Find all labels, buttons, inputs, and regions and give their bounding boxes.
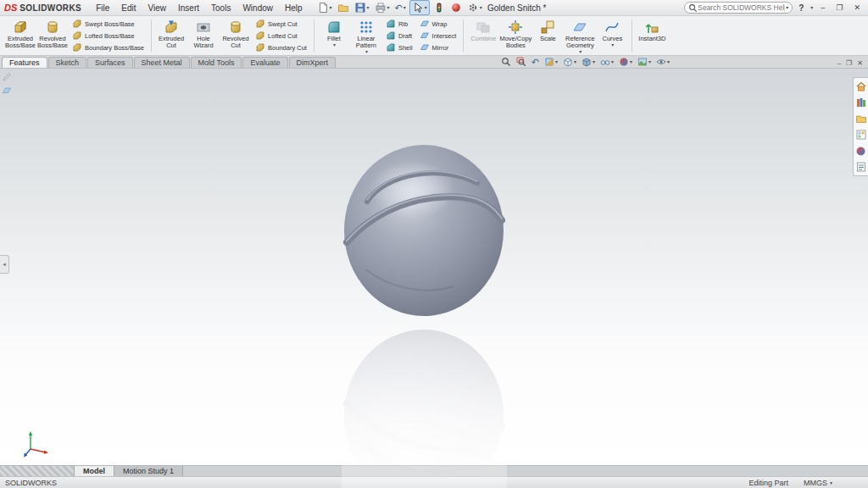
tab-mold-tools[interactable]: Mold Tools (191, 57, 242, 68)
hole-wizard-button[interactable]: Hole Wizard (187, 17, 220, 54)
menu-bar: File Edit View Insert Tools Window Help (90, 2, 308, 14)
doc-close-button[interactable]: ✕ (857, 59, 863, 67)
swept-cut-button[interactable]: Swept Cut (253, 19, 309, 30)
edit-appearance-button[interactable]: ▾ (618, 57, 633, 67)
section-view-button[interactable]: ▾ (543, 57, 559, 67)
instant3d-button[interactable]: Instant3D (636, 17, 668, 54)
appearances-scenes-button[interactable] (855, 145, 867, 157)
minimize-button[interactable]: – (817, 3, 828, 12)
new-document-button[interactable]: ▾ (315, 1, 334, 14)
curves-icon (604, 19, 620, 35)
revolved-cut-button[interactable]: Revolved Cut (220, 17, 252, 54)
save-button[interactable]: ▾ (353, 1, 371, 14)
featuremanager-flyout-arrow[interactable]: ◂ (0, 255, 9, 274)
open-document-button[interactable] (336, 1, 351, 14)
chevron-down-icon: ▾ (593, 59, 595, 64)
model-tab[interactable]: Model (75, 466, 114, 476)
apply-scene-button[interactable]: ▾ (637, 57, 652, 67)
menu-window[interactable]: Window (236, 2, 279, 14)
doc-restore-button[interactable]: ❐ (846, 59, 852, 67)
select-tool-button[interactable]: ▾ (409, 0, 430, 15)
search-input[interactable] (698, 3, 785, 12)
linear-pattern-button[interactable]: Linear Pattern ▾ (350, 17, 382, 54)
previous-view-button[interactable]: ↶ (531, 58, 540, 67)
reference-geometry-button[interactable]: Reference Geometry ▾ (564, 17, 596, 54)
wrap-button[interactable]: Wrap (418, 19, 459, 30)
solidworks-logo: DS SOLIDWORKS (4, 3, 81, 13)
menu-help[interactable]: Help (279, 2, 309, 14)
tab-features[interactable]: Features (2, 57, 47, 68)
menu-view[interactable]: View (142, 2, 173, 14)
ribbon-divider (151, 19, 152, 52)
swept-cut-icon (255, 19, 265, 29)
design-library-button[interactable] (855, 97, 867, 108)
golden-snitch-model[interactable] (342, 141, 507, 320)
search-box[interactable]: ▾ (684, 2, 793, 14)
help-button[interactable]: ? (797, 3, 805, 13)
menu-insert[interactable]: Insert (172, 2, 205, 14)
extruded-boss-button[interactable]: Extruded Boss/Base (4, 17, 36, 54)
units-selector[interactable]: MMGS ▾ (804, 479, 832, 487)
zoom-to-fit-button[interactable] (500, 57, 512, 67)
tab-sheet-metal[interactable]: Sheet Metal (134, 57, 190, 68)
button-label: Fillet (327, 36, 341, 42)
units-label: MMGS (804, 479, 827, 487)
boundary-cut-button[interactable]: Boundary Cut (253, 42, 309, 53)
custom-properties-button[interactable] (855, 161, 867, 173)
extruded-cut-button[interactable]: Extruded Cut (155, 17, 187, 54)
button-label: Curves (602, 36, 622, 42)
options-button[interactable]: ▾ (465, 1, 484, 14)
lofted-boss-button[interactable]: Lofted Boss/Base (70, 30, 146, 42)
close-button[interactable]: ✕ (850, 3, 864, 12)
chevron-down-icon: ▾ (330, 5, 332, 10)
mirror-button[interactable]: Mirror (418, 42, 459, 53)
rib-button[interactable]: Rib (384, 19, 415, 30)
tab-evaluate[interactable]: Evaluate (242, 57, 287, 68)
hide-show-items-button[interactable]: ▾ (599, 57, 615, 67)
view-palette-button[interactable] (855, 129, 867, 141)
edit-appearance-quick-button[interactable] (448, 1, 464, 14)
tab-sketch[interactable]: Sketch (48, 57, 87, 68)
move-copy-bodies-button[interactable]: Move/Copy Bodies (499, 17, 531, 54)
command-manager-ribbon: Extruded Boss/Base Revolved Boss/Base Sw… (0, 16, 868, 56)
display-style-button[interactable]: ▾ (581, 57, 596, 67)
zoom-to-area-button[interactable] (515, 57, 527, 67)
boundary-boss-button[interactable]: Boundary Boss/Base (70, 42, 146, 53)
button-label: Extruded Cut (155, 36, 187, 49)
fillet-icon (326, 19, 342, 35)
intersect-button[interactable]: Intersect (418, 30, 459, 42)
splitter-hatch[interactable] (0, 466, 75, 476)
tab-dimxpert[interactable]: DimXpert (289, 57, 337, 68)
menu-edit[interactable]: Edit (115, 2, 142, 14)
menu-file[interactable]: File (90, 2, 115, 14)
sketch-plane-icon[interactable] (2, 86, 12, 96)
print-button[interactable]: ▾ (373, 1, 392, 14)
fillet-button[interactable]: Fillet ▾ (318, 17, 350, 54)
curves-button[interactable]: Curves ▾ (596, 17, 628, 54)
chevron-down-icon: ▾ (403, 5, 406, 10)
swept-boss-button[interactable]: Swept Boss/Base (70, 19, 146, 30)
sketch-icon[interactable] (2, 72, 12, 82)
file-explorer-button[interactable] (855, 113, 867, 125)
view-orientation-button[interactable]: ▾ (562, 57, 577, 67)
menu-tools[interactable]: Tools (205, 2, 236, 14)
undo-button[interactable]: ↶▾ (393, 2, 408, 14)
draft-button[interactable]: Draft (384, 30, 415, 42)
solidworks-resources-button[interactable] (855, 80, 867, 92)
revolved-boss-button[interactable]: Revolved Boss/Base (36, 17, 69, 54)
chevron-down-icon: ▾ (365, 49, 368, 54)
restore-button[interactable]: ❐ (832, 3, 846, 12)
lofted-cut-button[interactable]: Lofted Cut (253, 30, 309, 42)
motion-study-tab[interactable]: Motion Study 1 (114, 466, 183, 476)
rebuild-button[interactable] (431, 1, 447, 14)
intersect-icon (420, 30, 430, 41)
chevron-down-icon: ▾ (574, 59, 576, 64)
graphics-viewport[interactable]: ◂ (0, 69, 868, 465)
shell-button[interactable]: Shell (384, 42, 415, 53)
scale-button[interactable]: Scale (531, 17, 564, 54)
chevron-down-icon: ▾ (667, 59, 670, 64)
view-settings-button[interactable]: ▾ (655, 57, 670, 67)
button-label: Mirror (432, 44, 449, 52)
doc-minimize-button[interactable]: – (837, 59, 841, 67)
tab-surfaces[interactable]: Surfaces (87, 57, 133, 68)
